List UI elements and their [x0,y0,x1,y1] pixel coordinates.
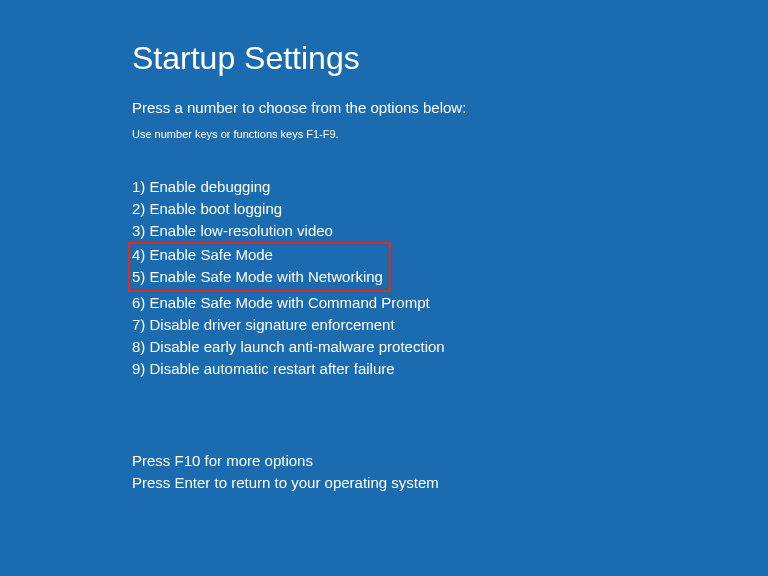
key-hint: Use number keys or functions keys F1-F9. [132,128,768,140]
option-item-7[interactable]: 7) Disable driver signature enforcement [132,314,768,336]
footer-enter: Press Enter to return to your operating … [132,472,768,494]
highlighted-options: 4) Enable Safe Mode 5) Enable Safe Mode … [128,242,391,292]
footer-f10: Press F10 for more options [132,450,768,472]
option-item-5[interactable]: 5) Enable Safe Mode with Networking [132,266,383,288]
option-item-8[interactable]: 8) Disable early launch anti-malware pro… [132,336,768,358]
options-list: 1) Enable debugging 2) Enable boot loggi… [132,176,768,380]
option-item-1[interactable]: 1) Enable debugging [132,176,768,198]
instruction-subtitle: Press a number to choose from the option… [132,99,768,116]
option-item-6[interactable]: 6) Enable Safe Mode with Command Prompt [132,292,768,314]
option-item-9[interactable]: 9) Disable automatic restart after failu… [132,358,768,380]
startup-settings-screen: Startup Settings Press a number to choos… [0,0,768,494]
option-item-2[interactable]: 2) Enable boot logging [132,198,768,220]
option-item-3[interactable]: 3) Enable low-resolution video [132,220,768,242]
page-title: Startup Settings [132,40,768,77]
option-item-4[interactable]: 4) Enable Safe Mode [132,244,383,266]
footer-instructions: Press F10 for more options Press Enter t… [132,450,768,494]
